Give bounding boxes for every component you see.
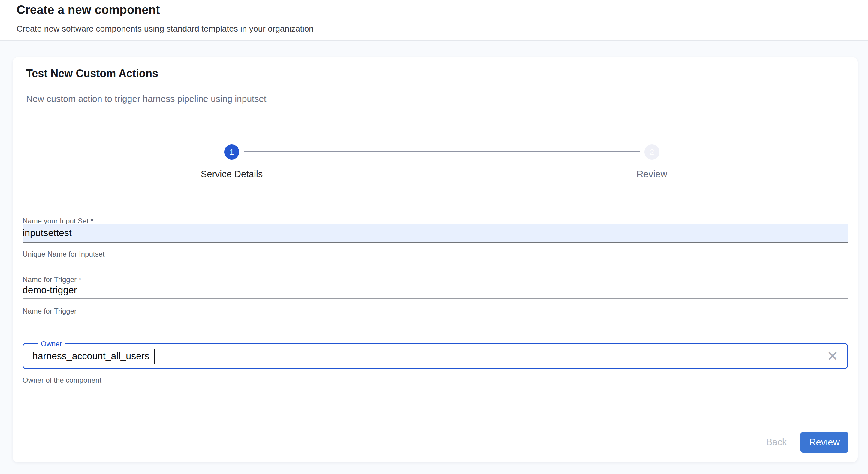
step-1-number: 1 [229, 147, 234, 157]
step-1-label: Service Details [157, 169, 307, 180]
inputset-name-input[interactable] [23, 224, 848, 243]
review-button[interactable]: Review [801, 432, 848, 453]
text-caret [154, 349, 155, 364]
page-content: Test New Custom Actions New custom actio… [0, 41, 868, 474]
back-button[interactable]: Back [760, 432, 793, 453]
owner-input[interactable] [32, 346, 819, 366]
template-title: Test New Custom Actions [26, 67, 158, 80]
step-2-indicator: 2 [644, 145, 659, 159]
owner-helper: Owner of the component [23, 376, 848, 384]
page-subtitle: Create new software components using sta… [17, 24, 314, 34]
create-component-page: Create a new component Create new softwa… [0, 0, 868, 474]
trigger-name-input[interactable] [23, 282, 848, 299]
owner-field: Owner ✕ [23, 343, 848, 369]
page-title: Create a new component [17, 3, 160, 17]
template-card: Test New Custom Actions New custom actio… [12, 57, 858, 462]
step-1-indicator: 1 [224, 145, 239, 159]
step-2-label: Review [577, 169, 727, 180]
page-header: Create a new component Create new softwa… [0, 0, 868, 40]
inputset-name-helper: Unique Name for Inputset [23, 250, 848, 258]
step-2-number: 2 [650, 147, 654, 157]
clear-icon[interactable]: ✕ [825, 348, 840, 364]
stepper-connector [244, 151, 641, 152]
template-description: New custom action to trigger harness pip… [26, 94, 266, 104]
trigger-name-helper: Name for Trigger [23, 307, 848, 316]
